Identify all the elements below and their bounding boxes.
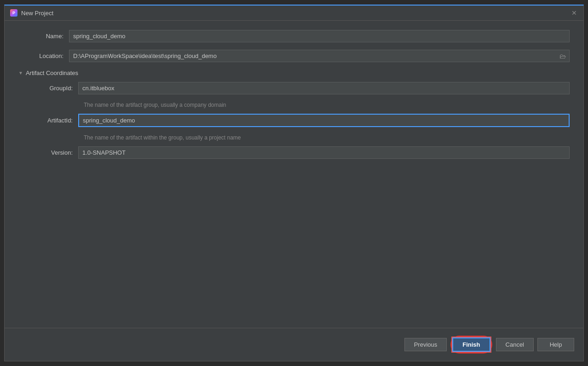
- version-input[interactable]: [78, 146, 570, 159]
- artifact-section-header: ▼ Artifact Coordinates: [18, 70, 570, 76]
- finish-button[interactable]: Finish: [452, 337, 490, 352]
- location-label: Location:: [18, 52, 69, 59]
- close-button[interactable]: ✕: [571, 9, 578, 17]
- cancel-button[interactable]: Cancel: [496, 338, 534, 351]
- artifactid-input[interactable]: [78, 114, 570, 127]
- location-row: Location: 🗁: [18, 50, 570, 62]
- version-label: Version:: [28, 149, 78, 156]
- name-input[interactable]: [69, 30, 570, 42]
- location-input-wrap: 🗁: [69, 50, 570, 62]
- artifactid-help-text: The name of the artifact within the grou…: [84, 134, 570, 141]
- title-bar-left: P New Project: [10, 9, 53, 17]
- version-input-wrap: [78, 146, 570, 159]
- dialog-title: New Project: [21, 10, 53, 17]
- name-input-wrap: [69, 30, 570, 42]
- groupid-label: GroupId:: [28, 85, 78, 92]
- artifactid-input-wrap: [78, 114, 570, 127]
- finish-button-wrapper: Finish: [450, 336, 492, 354]
- artifactid-row: ArtifactId:: [28, 114, 570, 127]
- help-button[interactable]: Help: [537, 338, 574, 351]
- location-input[interactable]: [69, 50, 570, 62]
- section-title: Artifact Coordinates: [26, 70, 78, 76]
- dialog-footer: Previous Finish Cancel Help: [5, 328, 583, 361]
- groupid-input-wrap: [78, 82, 570, 94]
- groupid-input[interactable]: [78, 82, 570, 94]
- title-bar: P New Project ✕: [5, 6, 583, 21]
- dialog-content: Name: Location: 🗁 ▼ Artifact Coordinates…: [5, 21, 583, 328]
- previous-button[interactable]: Previous: [404, 338, 447, 351]
- name-row: Name:: [18, 30, 570, 42]
- section-toggle-icon[interactable]: ▼: [18, 70, 23, 76]
- groupid-help-text: The name of the artifact group, usually …: [84, 102, 570, 108]
- name-label: Name:: [18, 33, 69, 40]
- artifactid-label: ArtifactId:: [28, 117, 78, 124]
- app-icon: P: [10, 9, 17, 17]
- artifact-section: GroupId: The name of the artifact group,…: [18, 82, 570, 159]
- browse-folder-button[interactable]: 🗁: [558, 52, 568, 61]
- new-project-dialog: P New Project ✕ Name: Location: 🗁 ▼ Arti…: [4, 5, 584, 361]
- groupid-row: GroupId:: [28, 82, 570, 94]
- version-row: Version:: [28, 146, 570, 159]
